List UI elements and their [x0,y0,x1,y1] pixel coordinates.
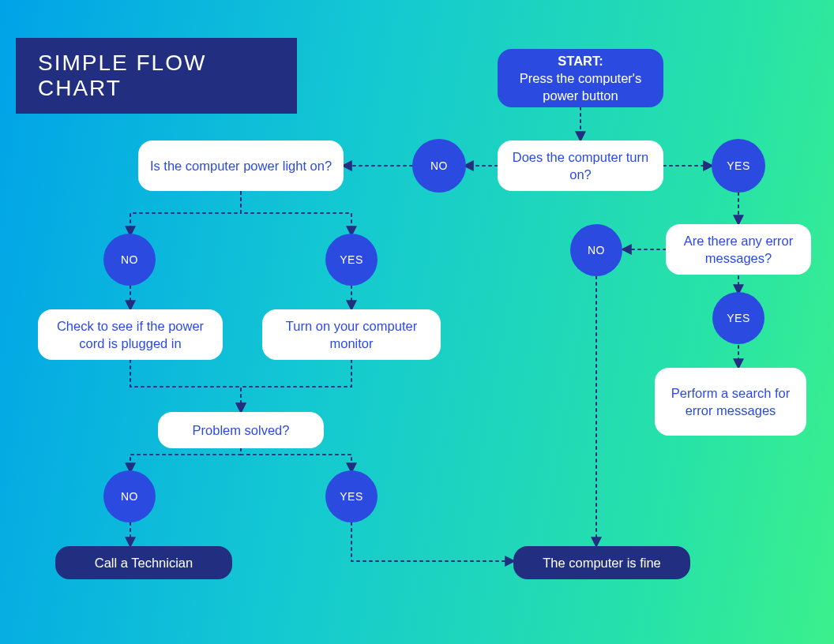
yes-label: YES [727,312,750,324]
decision-yes-turn-on: YES [712,139,765,193]
problem-solved-text: Problem solved? [193,421,290,439]
start-label-strong: START: [509,52,652,69]
node-power-light: Is the computer power light on? [138,140,344,191]
yes-label: YES [340,490,363,503]
node-turn-monitor: Turn on your computer monitor [262,309,441,360]
node-check-cord: Check to see if the power cord is plugge… [38,309,223,360]
no-label: NO [121,253,138,266]
node-problem-solved: Problem solved? [158,412,324,448]
start-label-rest: Press the computer's power button [520,71,641,103]
no-label: NO [430,159,448,172]
call-tech-text: Call a Technician [95,554,193,571]
computer-fine-text: The computer is fine [543,554,660,571]
power-light-text: Is the computer power light on? [150,157,332,174]
node-turn-on: Does the computer turn on? [498,140,663,191]
turn-monitor-text: Turn on your computer monitor [273,317,430,353]
decision-no-power-light: NO [103,234,156,286]
yes-label: YES [340,253,363,266]
title-text: SIMPLE FLOW CHART [38,51,297,101]
error-msgs-text: Are there any error messages? [677,232,800,268]
page-title: SIMPLE FLOW CHART [16,38,297,114]
node-error-msgs: Are there any error messages? [666,224,811,275]
no-label: NO [588,244,605,256]
decision-yes-problem-solved: YES [325,470,378,522]
node-computer-fine: The computer is fine [513,546,690,579]
search-errors-text: Perform a search for error messages [666,384,795,420]
no-label: NO [121,490,138,503]
flowchart-stage: SIMPLE FLOW CHART [0,0,834,644]
decision-yes-error-msgs: YES [712,292,764,344]
decision-yes-power-light: YES [325,234,378,286]
node-search-errors: Perform a search for error messages [655,368,806,436]
check-cord-text: Check to see if the power cord is plugge… [49,317,212,353]
decision-no-error-msgs: NO [570,224,622,276]
node-start: START: Press the computer's power button [498,49,663,107]
decision-no-turn-on: NO [412,139,466,193]
node-call-tech: Call a Technician [55,546,232,579]
yes-label: YES [727,159,750,172]
decision-no-problem-solved: NO [103,470,156,522]
turn-on-text: Does the computer turn on? [509,148,652,184]
